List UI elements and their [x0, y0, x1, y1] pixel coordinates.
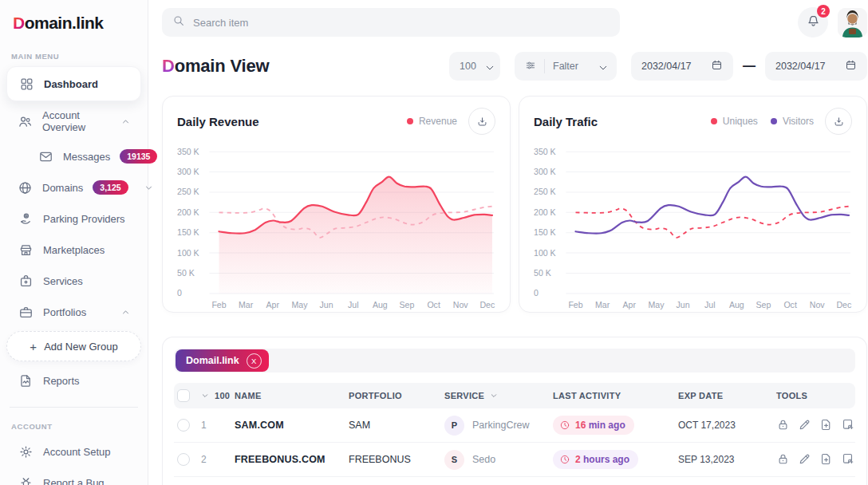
column-header-label: EXP DATE	[678, 391, 723, 400]
chart-card-0: Daily Revenue Revenue 350 K300 K250 K200…	[162, 96, 511, 313]
filter-select[interactable]: Falter	[515, 52, 617, 81]
sidebar-item-add-new-group[interactable]: +Add New Group	[6, 331, 141, 361]
search-input-wrapper[interactable]	[162, 8, 620, 37]
mail-icon	[38, 148, 53, 164]
notifications-button[interactable]: 2	[798, 7, 828, 37]
sidebar-item-services[interactable]: Services	[6, 266, 141, 296]
legend-label: Uniques	[723, 116, 758, 127]
legend-label: Visitors	[783, 116, 814, 127]
table-row: 2 FREEBONUS.COM FREEBONUS S Sedo 2 hours…	[174, 443, 855, 477]
download-button[interactable]	[468, 108, 495, 135]
main-menu-label: MAIN MENU	[0, 41, 148, 65]
legend-item: Revenue	[407, 116, 457, 127]
chevron-up-icon[interactable]	[121, 308, 130, 317]
sidebar-item-report-a-bug[interactable]: Report a Bug	[6, 467, 141, 485]
download-button[interactable]	[825, 108, 852, 135]
sidebar-item-dashboard[interactable]: Dashboard	[6, 66, 141, 101]
domain-name[interactable]: FREEBONUS.COM	[235, 454, 349, 465]
column-header-label: NAME	[235, 391, 262, 400]
y-axis-tick: 50 K	[177, 268, 195, 278]
chevron-down-icon	[484, 62, 493, 71]
avatar[interactable]	[838, 8, 867, 37]
lock-icon[interactable]	[776, 452, 791, 467]
page-size-value: 100	[215, 391, 230, 400]
file-add-icon[interactable]	[819, 418, 834, 432]
chevron-up-icon[interactable]	[121, 117, 130, 126]
page-size-select[interactable]: 100	[449, 52, 500, 81]
main-area: 2 Domain View 100	[148, 0, 868, 485]
service-name: ParkingCrew	[472, 420, 530, 431]
report-icon	[18, 373, 34, 388]
y-axis-tick: 250 K	[534, 187, 556, 196]
date-from-picker[interactable]: 2032/04/17	[631, 52, 733, 81]
column-header-label: PORTFOLIO	[349, 391, 402, 400]
table-row: 1 SAM.COM SAM P ParkingCrew 16 min ago O…	[174, 408, 855, 443]
service-cell: S Sedo	[444, 450, 553, 470]
sidebar-item-parking-providers[interactable]: Parking Providers	[6, 203, 141, 234]
notification-badge: 2	[817, 5, 830, 18]
sidebar-item-label: Reports	[43, 375, 80, 387]
x-axis-tick: Jun	[320, 300, 333, 310]
row-number: 2	[201, 454, 235, 465]
file-add-icon[interactable]	[819, 452, 834, 467]
column-header-exp-date: EXP DATE	[678, 391, 776, 400]
search-input[interactable]	[193, 17, 610, 29]
sidebar-item-label: Dashboard	[44, 78, 98, 90]
sidebar-item-domains[interactable]: Domains3,125	[6, 172, 141, 203]
globe-icon	[18, 179, 33, 195]
sidebar-item-account-setup[interactable]: Account Setup	[6, 436, 141, 467]
x-axis-tick: Oct	[427, 300, 440, 310]
header-controls: 100 Falter 2032/04/17 — 2032/04/17	[449, 52, 867, 81]
sidebar-item-marketplaces[interactable]: Marketplaces	[6, 235, 141, 265]
last-activity-badge: 2 hours ago	[553, 450, 638, 469]
row-checkbox[interactable]	[177, 419, 190, 432]
y-axis-tick: 350 K	[534, 147, 556, 156]
date-to-picker[interactable]: 2032/04/17	[765, 52, 867, 81]
service-initial-chip: S	[444, 450, 464, 470]
chart-title: Daily Revenue	[177, 115, 259, 128]
x-axis-tick: May	[648, 300, 665, 310]
sidebar-item-label: Portfolios	[43, 306, 86, 318]
select-all-checkbox[interactable]	[177, 389, 190, 402]
grid-icon	[18, 76, 34, 92]
column-header-label: SERVICE	[444, 391, 484, 400]
page-size-value: 100	[460, 61, 476, 72]
pencil-icon[interactable]	[798, 452, 812, 467]
service-initial-chip: P	[444, 416, 464, 436]
x-axis-tick: Apr	[623, 300, 637, 310]
area-fill	[576, 177, 849, 294]
pencil-icon[interactable]	[798, 418, 812, 432]
note-add-icon[interactable]	[841, 418, 855, 432]
note-add-icon[interactable]	[841, 452, 855, 467]
account-label: ACCOUNT	[0, 411, 148, 436]
last-activity-cell: 16 min ago	[553, 416, 678, 435]
column-header-service[interactable]: SERVICE	[444, 391, 553, 400]
logo-accent: D	[13, 14, 25, 32]
chart-card-1: Daily Trafic UniquesVisitors 350 K300 K2…	[519, 96, 867, 313]
sidebar-item-reports[interactable]: Reports	[6, 365, 141, 396]
x-axis-tick: Aug	[373, 300, 388, 310]
legend-dot	[711, 118, 717, 124]
chart-plot: 350 K300 K250 K200 K150 K100 K50 K0FebMa…	[534, 141, 852, 310]
lock-icon[interactable]	[776, 418, 791, 432]
sidebar-item-label: Add New Group	[44, 341, 118, 353]
sidebar-item-portfolios[interactable]: Portfolios	[6, 297, 141, 327]
charts-row: Daily Revenue Revenue 350 K300 K250 K200…	[162, 96, 867, 313]
close-icon[interactable]: X	[247, 353, 262, 369]
bug-icon	[18, 475, 34, 485]
sidebar-item-account-overview[interactable]: Account Overview	[6, 102, 141, 140]
sidebar-item-messages[interactable]: Messages19135	[6, 141, 141, 172]
sliders-icon	[525, 60, 536, 73]
page-title-text: omain View	[175, 56, 270, 76]
gear-icon	[18, 444, 34, 459]
domain-name[interactable]: SAM.COM	[235, 420, 349, 431]
x-axis-tick: Nov	[810, 300, 826, 310]
y-axis-tick: 100 K	[177, 248, 199, 258]
sidebar-item-label: Messages	[63, 151, 110, 163]
filter-tag-label: Domail.link	[186, 355, 239, 366]
filter-tag[interactable]: Domail.link X	[176, 349, 269, 372]
page-size-header[interactable]: 100	[201, 391, 235, 400]
series-line-solid	[576, 177, 849, 234]
column-header-label: LAST ACTIVITY	[553, 391, 621, 400]
row-checkbox[interactable]	[177, 453, 190, 466]
